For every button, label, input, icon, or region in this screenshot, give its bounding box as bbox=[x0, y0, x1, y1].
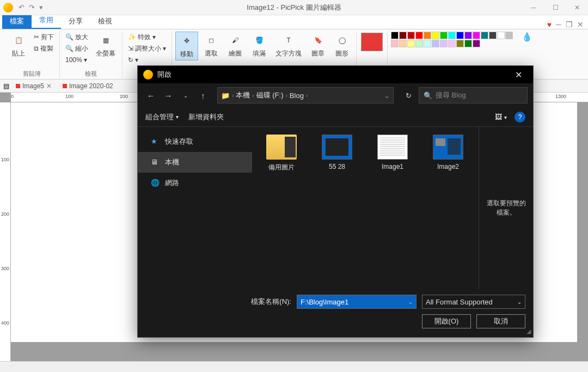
organize-button[interactable]: 組合管理 ▾ bbox=[145, 112, 179, 122]
nav-up-button[interactable]: ↑ bbox=[195, 88, 211, 103]
filename-input[interactable]: F:\Blog\Image1 ⌄ bbox=[297, 295, 416, 309]
fullscreen-button[interactable]: ▦ 全螢幕 bbox=[93, 32, 119, 59]
qat-redo-icon[interactable]: ↷ bbox=[29, 3, 35, 11]
current-color[interactable] bbox=[361, 33, 383, 51]
app-icon bbox=[3, 3, 13, 13]
move-tool[interactable]: ✥移動 bbox=[175, 32, 198, 60]
minimize-button[interactable]: ─ bbox=[523, 0, 544, 15]
crumb-folder[interactable]: Blog bbox=[290, 92, 304, 100]
file-list[interactable]: 備用圖片 55 28 Image1 Image2 bbox=[252, 127, 479, 289]
close-button[interactable]: ✕ bbox=[566, 0, 588, 15]
help-button[interactable]: ? bbox=[514, 112, 525, 123]
tab-file[interactable]: 檔案 bbox=[2, 14, 32, 29]
sidebar-network[interactable]: 🌐 網路 bbox=[138, 173, 252, 193]
window-title: Image12 - PicPick 圖片編輯器 bbox=[247, 3, 341, 13]
color-palette[interactable] bbox=[391, 32, 516, 47]
nav-forward-button[interactable]: → bbox=[161, 88, 176, 103]
sidebar-quick-access[interactable]: ★ 快速存取 bbox=[138, 131, 252, 152]
dialog-title: 開啟 bbox=[157, 70, 171, 80]
zoom-level[interactable]: 100% ▾ bbox=[63, 54, 90, 65]
doc-tab-1[interactable]: Image5✕ bbox=[11, 81, 56, 91]
resize-button[interactable]: ⇲ 調整大小 ▾ bbox=[126, 43, 168, 54]
qat-undo-icon[interactable]: ↶ bbox=[19, 3, 24, 11]
qat-dropdown-icon[interactable]: ▾ bbox=[39, 3, 43, 11]
status-bar bbox=[0, 361, 588, 372]
zoomin-button[interactable]: 🔍 放大 bbox=[63, 32, 90, 42]
effects-button[interactable]: ✨ 特效 ▾ bbox=[126, 32, 168, 42]
stamp-tool[interactable]: 🔖圖章 bbox=[307, 32, 329, 59]
address-expand-icon[interactable]: ⌄ bbox=[384, 92, 390, 100]
view-mode-button[interactable]: 🖼 ▾ bbox=[495, 113, 507, 121]
min2-icon[interactable]: ─ bbox=[556, 20, 561, 29]
search-box[interactable]: 🔍 搜尋 Blog bbox=[419, 87, 528, 103]
rotate-button[interactable]: ↻ ▾ bbox=[126, 54, 168, 65]
heart-icon[interactable]: ♥ bbox=[547, 20, 552, 29]
filename-label: 檔案名稱(N): bbox=[251, 297, 291, 307]
file-item-folder[interactable]: 備用圖片 bbox=[260, 135, 303, 172]
dialog-nav: ← → ⌄ ↑ 📁 › 本機 › 磁碟 (F:) › Blog › ⌄ ↻ 🔍 … bbox=[138, 83, 533, 107]
fill-tool[interactable]: 🪣填滿 bbox=[248, 32, 270, 59]
group-clipboard-label: 剪貼簿 bbox=[23, 70, 41, 78]
file-item-2[interactable]: Image1 bbox=[371, 135, 414, 170]
file-item-1[interactable]: 55 28 bbox=[315, 135, 359, 170]
tab-view[interactable]: 檢視 bbox=[90, 14, 120, 29]
paste-button[interactable]: 📋 貼上 bbox=[8, 32, 29, 59]
file-item-3[interactable]: Image2 bbox=[426, 135, 470, 170]
cancel-button[interactable]: 取消 bbox=[476, 314, 525, 328]
pc-icon: 🖥 bbox=[151, 158, 160, 167]
dialog-toolbar: 組合管理 ▾ 新增資料夾 🖼 ▾ ? bbox=[138, 107, 533, 127]
open-button[interactable]: 開啟(O) bbox=[422, 314, 471, 328]
dialog-app-icon bbox=[143, 70, 153, 80]
search-icon: 🔍 bbox=[424, 92, 432, 100]
doc-tab-2[interactable]: Image 2020-02 bbox=[58, 81, 118, 91]
group-view-label: 檢視 bbox=[85, 70, 97, 78]
refresh-button[interactable]: ↻ bbox=[400, 87, 416, 103]
network-icon: 🌐 bbox=[151, 179, 160, 187]
folder-icon: 📁 bbox=[221, 92, 230, 100]
dialog-titlebar: 開啟 ✕ bbox=[138, 66, 533, 83]
newfolder-button[interactable]: 新增資料夾 bbox=[188, 112, 224, 122]
close2-icon[interactable]: ✕ bbox=[577, 20, 584, 29]
ruler-vertical: 100 200 300 400 bbox=[0, 102, 11, 361]
dialog-close-button[interactable]: ✕ bbox=[510, 68, 528, 82]
nav-back-button[interactable]: ← bbox=[143, 88, 158, 103]
crumb-disk[interactable]: 磁碟 (F:) bbox=[256, 90, 284, 100]
star-icon: ★ bbox=[151, 137, 160, 146]
address-bar[interactable]: 📁 › 本機 › 磁碟 (F:) › Blog › ⌄ bbox=[217, 87, 394, 103]
zoomout-button[interactable]: 🔍 縮小 bbox=[63, 43, 90, 54]
select-tool[interactable]: ◻選取 bbox=[200, 32, 222, 59]
shape-tool[interactable]: ◯圖形 bbox=[331, 32, 353, 59]
filetype-combo[interactable]: All Format Supported⌄ bbox=[422, 295, 525, 309]
maximize-button[interactable]: ☐ bbox=[544, 0, 566, 15]
text-tool[interactable]: T文字方塊 bbox=[272, 32, 305, 59]
nav-recent-button[interactable]: ⌄ bbox=[178, 88, 193, 103]
restore-icon[interactable]: ❐ bbox=[566, 20, 573, 29]
title-bar: ↶ ↷ ▾ Image12 - PicPick 圖片編輯器 ─ ☐ ✕ bbox=[0, 0, 588, 15]
ribbon-tabs: 檔案 常用 分享 檢視 ♥ ─ ❐ ✕ bbox=[0, 15, 588, 29]
dialog-bottom: 檔案名稱(N): F:\Blog\Image1 ⌄ All Format Sup… bbox=[138, 289, 533, 337]
sidebar-this-pc[interactable]: 🖥 本機 bbox=[138, 152, 252, 173]
draw-tool[interactable]: 🖌繪圖 bbox=[224, 32, 246, 59]
tabs-menu-icon[interactable]: ▤ bbox=[3, 82, 9, 90]
open-dialog: 開啟 ✕ ← → ⌄ ↑ 📁 › 本機 › 磁碟 (F:) › Blog › ⌄… bbox=[137, 65, 534, 338]
eyedropper-icon[interactable]: 💧 bbox=[522, 32, 531, 41]
tab-share[interactable]: 分享 bbox=[61, 14, 90, 29]
dialog-sidebar: ★ 快速存取 🖥 本機 🌐 網路 bbox=[138, 127, 252, 289]
copy-button[interactable]: ⧉ 複製 bbox=[32, 43, 56, 54]
cut-button[interactable]: ✂ 剪下 bbox=[32, 32, 56, 42]
crumb-thispc[interactable]: 本機 bbox=[236, 90, 250, 100]
resize-grip-icon[interactable]: ◢ bbox=[526, 328, 531, 335]
preview-pane: 選取要預覽的檔案。 bbox=[479, 127, 533, 289]
